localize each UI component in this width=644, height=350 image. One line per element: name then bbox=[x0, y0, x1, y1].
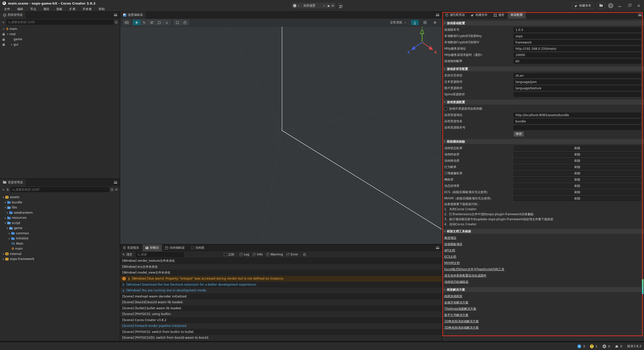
regex-checkbox[interactable]: 正则 bbox=[224, 252, 234, 257]
asset-node[interactable]: libs bbox=[0, 205, 120, 210]
menu-item[interactable]: 开发者 bbox=[79, 7, 95, 12]
solution-link[interactable]: 战棋游戏框架 bbox=[442, 293, 644, 299]
window-close-button[interactable]: × bbox=[635, 3, 642, 8]
transform-tool-button[interactable]: ∪ bbox=[163, 20, 171, 25]
doc-link[interactable]: API文档 bbox=[442, 247, 644, 254]
tab-hierarchy[interactable]: 层级管理器 bbox=[0, 12, 26, 19]
console-row[interactable]: [Window] Download the Vue Devtools exten… bbox=[120, 282, 442, 288]
hierarchy-node[interactable]: main bbox=[0, 26, 120, 32]
filter-checkbox[interactable]: Info bbox=[253, 253, 263, 256]
console-row[interactable]: [Scene] [PHYSICS]: switch from builtin t… bbox=[120, 329, 442, 335]
inspector-tab[interactable]: 服务 bbox=[491, 12, 508, 19]
panel-menu-icon[interactable] bbox=[436, 247, 439, 249]
console-row[interactable]: [Window] model_view文件夹存在 bbox=[120, 270, 442, 276]
expand-chevron-icon[interactable] bbox=[122, 283, 124, 286]
remove-module-button[interactable]: 剔除 bbox=[514, 152, 641, 157]
panel-menu-icon[interactable] bbox=[114, 181, 117, 184]
asset-node[interactable]: resources bbox=[0, 215, 120, 221]
expand-arrow-icon[interactable] bbox=[10, 43, 14, 46]
field-input[interactable] bbox=[514, 86, 641, 91]
sort-icon[interactable]: ⇅ bbox=[6, 188, 9, 192]
scene-select-dropdown[interactable]: 当前场景 bbox=[302, 4, 322, 8]
add-node-button[interactable]: + bbox=[2, 20, 5, 24]
menu-item[interactable]: 项目 bbox=[40, 7, 53, 12]
preview-qr-button[interactable] bbox=[338, 2, 342, 9]
doc-link[interactable]: 动画状态机编辑器 bbox=[442, 279, 644, 285]
remove-module-button[interactable]: 剔除 bbox=[514, 146, 641, 151]
lighting-toggle-button[interactable] bbox=[411, 20, 419, 25]
field-input[interactable] bbox=[514, 40, 641, 45]
field-input[interactable] bbox=[514, 73, 641, 78]
rotate-tool-button[interactable]: ↻ bbox=[140, 20, 148, 25]
help-button[interactable]: ? bbox=[608, 3, 613, 8]
window-maximize-button[interactable] bbox=[626, 4, 632, 8]
add-asset-button[interactable]: + bbox=[2, 188, 5, 192]
expand-arrow-icon[interactable] bbox=[4, 222, 7, 224]
refresh-icon[interactable]: ⟳ bbox=[115, 188, 118, 192]
expand-arrow-icon[interactable] bbox=[4, 216, 7, 219]
console-tab[interactable]: 控制台 bbox=[142, 244, 162, 251]
remove-module-button[interactable]: 剔除 bbox=[514, 158, 641, 163]
asset-node[interactable]: initialize bbox=[0, 236, 120, 241]
panel-menu-icon[interactable] bbox=[436, 14, 439, 16]
console-row[interactable]: [Scene] [bullet]:bullet wasm lib loaded. bbox=[120, 305, 442, 311]
doc-link[interactable]: 游戏模板项目 bbox=[442, 241, 644, 247]
section-header-language[interactable]: ▾ 游戏多语言配置 bbox=[442, 66, 644, 71]
expand-arrow-icon[interactable] bbox=[2, 252, 5, 255]
menu-item[interactable]: 编辑 bbox=[14, 7, 27, 12]
section-header-solutions[interactable]: ▾ 框架解决方案 bbox=[442, 287, 644, 292]
solution-link[interactable]: 新手引导解决方案 bbox=[442, 312, 644, 318]
solution-link[interactable]: Tiledmap地图解决方案 bbox=[442, 306, 644, 312]
filter-checkbox[interactable]: Log bbox=[239, 253, 249, 256]
asset-node[interactable]: main bbox=[0, 246, 120, 251]
filter-list-icon[interactable]: ☰ bbox=[115, 20, 118, 24]
console-row[interactable]: [Scene] [box2d]:box2d wasm lib loaded. bbox=[120, 299, 442, 305]
scale-tool-button[interactable] bbox=[148, 20, 155, 25]
console-row[interactable]: ! [Window] [Vue warn]: Property "onInput… bbox=[120, 276, 442, 282]
remove-module-button[interactable]: 剔除 bbox=[514, 196, 641, 201]
filter-list-icon[interactable]: ☰ bbox=[110, 188, 113, 192]
menu-item[interactable]: 帮助 bbox=[95, 7, 108, 12]
field-input[interactable] bbox=[514, 125, 641, 130]
section-header-resources[interactable]: ▾ 游戏资源配置 bbox=[442, 100, 644, 105]
console-tab[interactable]: 资源预览 bbox=[120, 244, 142, 251]
expand-arrow-icon[interactable] bbox=[8, 232, 11, 235]
hierarchy-search[interactable] bbox=[6, 20, 113, 25]
panel-menu-icon[interactable] bbox=[114, 14, 117, 16]
expand-arrow-icon[interactable] bbox=[2, 258, 5, 260]
field-input[interactable] bbox=[514, 79, 641, 84]
tab-scene-editor[interactable]: 场景编辑器 bbox=[120, 12, 146, 19]
scene-viewport[interactable]: Y X Z bbox=[120, 27, 442, 244]
coord-toggle-button[interactable] bbox=[181, 20, 189, 25]
asset-node[interactable]: assets bbox=[0, 195, 120, 200]
grid-toggle-button[interactable] bbox=[421, 20, 429, 25]
doc-link[interactable]: 教程项目 bbox=[442, 235, 644, 241]
expand-arrow-icon[interactable] bbox=[4, 206, 7, 209]
asset-node[interactable]: script bbox=[0, 221, 120, 226]
solution-link[interactable]: 3D角色扮演游戏解决方案 bbox=[442, 325, 644, 331]
bell-icon[interactable] bbox=[616, 345, 618, 347]
asset-node[interactable]: bundle bbox=[0, 200, 120, 205]
asset-node[interactable]: Main bbox=[0, 241, 120, 246]
console-tab[interactable]: 动画编辑器 bbox=[162, 244, 188, 251]
inspector-tab[interactable]: 框架配置 bbox=[508, 12, 526, 19]
view-mode-dropdown[interactable]: 正常浏览 bbox=[390, 20, 402, 25]
filter-checkbox[interactable]: Warning bbox=[266, 253, 283, 256]
menu-item[interactable]: 面板 bbox=[53, 7, 66, 12]
expand-chevron-icon[interactable] bbox=[122, 289, 124, 292]
save-button[interactable]: 保存 bbox=[514, 132, 524, 137]
scene-settings-button[interactable]: ⚙ bbox=[431, 20, 439, 25]
field-input[interactable] bbox=[514, 59, 641, 64]
field-input[interactable] bbox=[514, 27, 641, 32]
warning-count-icon[interactable]: ! bbox=[590, 344, 594, 348]
log-file-icon[interactable] bbox=[303, 253, 306, 256]
solution-link[interactable]: 全栈开发解决方案 bbox=[442, 299, 644, 306]
view-mode-caret-icon[interactable]: ▾ bbox=[405, 21, 406, 24]
platform-caret-icon[interactable]: ▾ bbox=[298, 5, 299, 7]
info-count-icon[interactable]: i bbox=[577, 344, 581, 348]
hierarchy-node[interactable]: game bbox=[0, 37, 120, 42]
doc-link[interactable]: 原生包热更新配置自动生成插件 bbox=[442, 273, 644, 279]
scrollbar-thumb[interactable] bbox=[642, 279, 643, 294]
expand-chevron-icon[interactable] bbox=[128, 277, 130, 280]
expand-arrow-icon[interactable] bbox=[6, 33, 10, 35]
